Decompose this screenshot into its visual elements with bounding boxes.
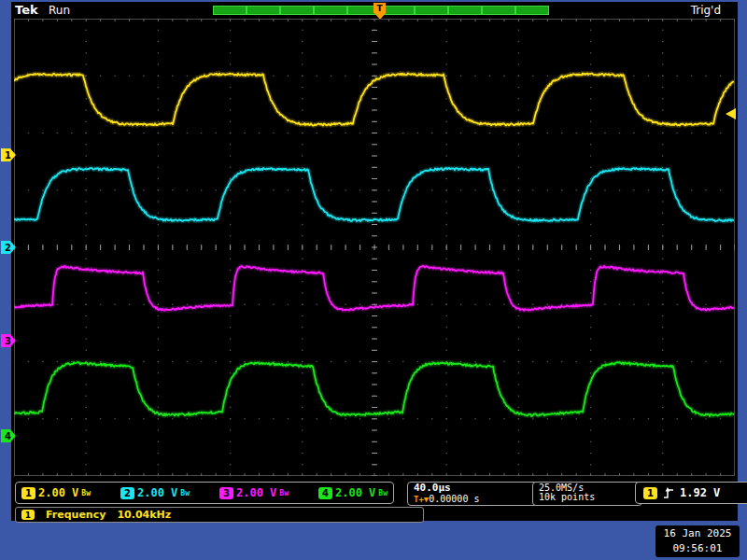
- ch1-waveform: [14, 74, 734, 126]
- trigger-position-marker[interactable]: T: [374, 3, 386, 13]
- measurement-label: Frequency: [46, 509, 106, 521]
- measurement-row[interactable]: 1 Frequency 10.04kHz: [15, 507, 424, 523]
- ch3-badge[interactable]: 3: [219, 487, 233, 499]
- ch4-bandwidth-icon: Bw: [378, 489, 388, 497]
- horizontal-position: 0.00000 s: [429, 494, 479, 504]
- trigger-status-label: Trig'd: [691, 4, 721, 17]
- record-length: 10k points: [539, 493, 636, 502]
- ch4-badge[interactable]: 4: [318, 487, 332, 499]
- ch4-waveform: [14, 362, 734, 416]
- tek-logo: Tek: [15, 3, 38, 17]
- waveform-display: [14, 19, 735, 476]
- timebase-scale: 40.0µs: [414, 483, 533, 493]
- ch3-bandwidth-icon: Bw: [279, 489, 289, 497]
- ch4-waveform-glow: [14, 362, 734, 416]
- time-label: 09:56:01: [655, 541, 740, 556]
- acquisition-readout-box[interactable]: 25.0MS/s 10k points: [532, 482, 642, 506]
- oscilloscope-bezel: { "colors": { "frame": "#3a57a8", "scree…: [0, 0, 747, 560]
- acquisition-state-label: Run: [49, 4, 70, 17]
- oscilloscope-screen: Tek Run T Trig'd 1 2.00 V Bw 2 2.00 V Bw…: [11, 2, 738, 521]
- trigger-source-badge[interactable]: 1: [643, 487, 657, 499]
- ch4-readout[interactable]: 4 2.00 V Bw: [318, 486, 388, 499]
- ch3-readout[interactable]: 3 2.00 V Bw: [219, 486, 289, 499]
- horizontal-readout-box[interactable]: 40.0µs T+▼0.00000 s: [407, 482, 540, 506]
- graticule-area: [14, 19, 735, 476]
- rising-edge-icon: [663, 486, 674, 499]
- trigger-readout-box[interactable]: 1 1.92 V: [635, 482, 747, 504]
- ch3-scale: 2.00 V: [236, 486, 276, 499]
- ch2-badge[interactable]: 2: [120, 487, 134, 499]
- ch1-scale: 2.00 V: [38, 486, 78, 499]
- measurement-value: 10.04kHz: [117, 509, 171, 521]
- ch4-scale: 2.00 V: [335, 486, 375, 499]
- datetime-box: 16 Jan 2025 09:56:01: [655, 525, 740, 557]
- ch1-bandwidth-icon: Bw: [81, 489, 91, 497]
- trigger-level-value: 1.92 V: [680, 486, 720, 499]
- trigger-level-marker[interactable]: [726, 108, 736, 119]
- date-label: 16 Jan 2025: [655, 526, 740, 541]
- ch2-bandwidth-icon: Bw: [180, 489, 190, 497]
- ch1-readout[interactable]: 1 2.00 V Bw: [21, 486, 91, 499]
- ch2-scale: 2.00 V: [137, 486, 177, 499]
- trigger-position-icon: T+▼: [414, 495, 429, 504]
- measurement-source-badge[interactable]: 1: [21, 510, 35, 520]
- ch1-badge[interactable]: 1: [21, 487, 35, 499]
- ch2-readout[interactable]: 2 2.00 V Bw: [120, 486, 190, 499]
- ch3-waveform: [14, 266, 734, 311]
- channel-readouts-box[interactable]: 1 2.00 V Bw 2 2.00 V Bw 3 2.00 V Bw 4 2.…: [15, 482, 394, 504]
